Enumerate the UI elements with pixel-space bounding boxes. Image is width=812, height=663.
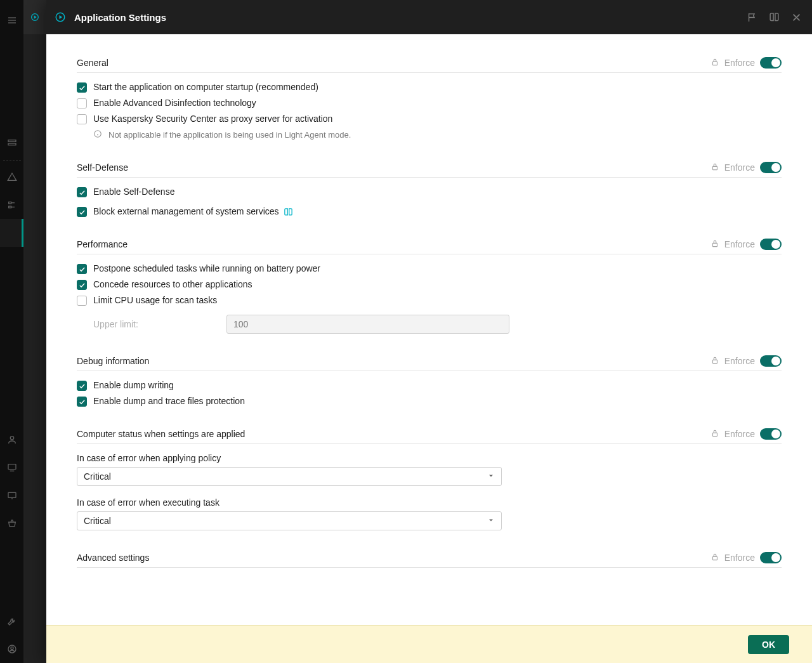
lock-icon <box>710 553 719 563</box>
info-icon <box>93 129 102 140</box>
basket-icon[interactable] <box>0 509 23 537</box>
section-title: Computer status when settings are applie… <box>77 429 245 439</box>
label-self-defense: Enable Self-Defense <box>93 187 174 197</box>
label-proxy: Use Kaspersky Security Center as proxy s… <box>93 114 332 124</box>
label-limit-cpu: Limit CPU usage for scan tasks <box>93 295 217 305</box>
settings-panel: Application Settings <box>46 0 812 663</box>
checkbox-startup[interactable] <box>77 82 87 93</box>
page-title: Application Settings <box>74 12 747 23</box>
ok-button[interactable]: OK <box>748 635 789 654</box>
checkbox-battery[interactable] <box>77 264 87 274</box>
enforce-toggle-performance[interactable] <box>760 239 782 250</box>
svg-point-9 <box>10 437 13 440</box>
policy-error-select[interactable]: Critical <box>77 467 502 486</box>
section-title: Performance <box>77 239 128 249</box>
book-icon[interactable] <box>769 12 780 23</box>
enforce-label: Enforce <box>724 429 755 439</box>
policy-error-value: Critical <box>84 471 111 482</box>
label-block-external: Block external management of system serv… <box>93 206 279 216</box>
enforce-label: Enforce <box>724 162 755 173</box>
svg-point-15 <box>11 647 13 650</box>
lock-icon <box>710 162 719 173</box>
upper-limit-label: Upper limit: <box>93 319 214 329</box>
section-performance: Performance Enforce Postpone scheduled t… <box>77 239 782 334</box>
svg-marker-17 <box>34 15 37 18</box>
svg-rect-28 <box>712 360 717 363</box>
checkbox-self-defense[interactable] <box>77 187 87 197</box>
nav-active-item[interactable] <box>0 219 23 247</box>
svg-rect-29 <box>712 433 717 436</box>
svg-rect-4 <box>8 143 16 145</box>
task-error-select[interactable]: Critical <box>77 511 502 530</box>
lock-icon <box>710 356 719 367</box>
chevron-down-icon <box>487 516 495 526</box>
enforce-toggle-self-defense[interactable] <box>760 162 782 173</box>
svg-rect-3 <box>8 140 16 142</box>
enforce-label: Enforce <box>724 58 755 68</box>
panel-header: Application Settings <box>46 0 812 34</box>
svg-rect-12 <box>8 492 16 497</box>
section-title: General <box>77 58 108 68</box>
account-icon[interactable] <box>0 635 23 663</box>
enforce-toggle-status[interactable] <box>760 428 782 440</box>
close-icon[interactable] <box>791 12 802 23</box>
enforce-toggle-advanced[interactable] <box>760 552 782 563</box>
checkbox-proxy[interactable] <box>77 114 87 124</box>
left-nav-rail <box>0 0 23 663</box>
svg-rect-27 <box>712 243 717 246</box>
label-concede: Concede resources to other applications <box>93 279 252 289</box>
label-protect: Enable dump and trace files protection <box>93 396 245 406</box>
section-status: Computer status when settings are applie… <box>77 428 782 530</box>
checkbox-disinfection[interactable] <box>77 98 87 108</box>
svg-rect-26 <box>712 166 717 169</box>
section-self-defense: Self-Defense Enforce Enable Self-Defense <box>77 162 782 217</box>
section-title: Advanced settings <box>77 553 149 563</box>
label-dump: Enable dump writing <box>93 380 174 390</box>
chevron-down-icon <box>487 471 495 482</box>
assets-icon[interactable] <box>0 191 23 219</box>
checkbox-block-external[interactable] <box>77 207 87 217</box>
drawer-edge-icon[interactable] <box>23 0 46 34</box>
checkbox-dump[interactable] <box>77 381 87 391</box>
checkbox-limit-cpu[interactable] <box>77 296 87 306</box>
enforce-label: Enforce <box>724 553 755 563</box>
panel-footer: OK <box>46 625 812 663</box>
label-battery: Postpone scheduled tasks while running o… <box>93 263 320 273</box>
lock-icon <box>710 58 719 69</box>
header-play-circle-icon <box>54 11 67 23</box>
svg-rect-6 <box>8 206 11 208</box>
task-error-label: In case of error when executing task <box>77 497 782 508</box>
label-startup: Start the application on computer startu… <box>93 82 318 92</box>
alerts-icon[interactable] <box>0 163 23 191</box>
wrench-icon[interactable] <box>0 607 23 635</box>
policy-error-label: In case of error when applying policy <box>77 453 782 463</box>
enforce-label: Enforce <box>724 239 755 249</box>
section-title: Self-Defense <box>77 162 128 173</box>
section-advanced: Advanced settings Enforce <box>77 552 782 568</box>
svg-rect-22 <box>712 62 717 65</box>
svg-marker-19 <box>60 15 63 19</box>
section-general: General Enforce Start the application on… <box>77 57 782 140</box>
section-debug: Debug information Enforce Enable dump wr… <box>77 355 782 407</box>
users-icon[interactable] <box>0 426 23 454</box>
upper-limit-input <box>226 315 509 334</box>
enforce-toggle-debug[interactable] <box>760 355 782 367</box>
info-note: Not applicable if the application is bei… <box>108 130 351 140</box>
dashboard-icon[interactable] <box>0 129 23 157</box>
help-book-icon[interactable] <box>284 207 293 217</box>
operations-icon[interactable] <box>0 454 23 482</box>
lock-icon <box>710 239 719 250</box>
enforce-toggle-general[interactable] <box>760 57 782 69</box>
enforce-label: Enforce <box>724 356 755 366</box>
flag-icon[interactable] <box>747 12 757 23</box>
svg-rect-5 <box>8 202 11 204</box>
devices-icon[interactable] <box>0 482 23 509</box>
lock-icon <box>710 429 719 440</box>
svg-rect-30 <box>712 556 717 560</box>
checkbox-concede[interactable] <box>77 280 87 290</box>
panel-body: General Enforce Start the application on… <box>46 34 812 625</box>
hamburger-menu-icon[interactable] <box>0 6 23 34</box>
section-title: Debug information <box>77 356 149 366</box>
checkbox-protect[interactable] <box>77 397 87 407</box>
label-disinfection: Enable Advanced Disinfection technology <box>93 98 256 108</box>
